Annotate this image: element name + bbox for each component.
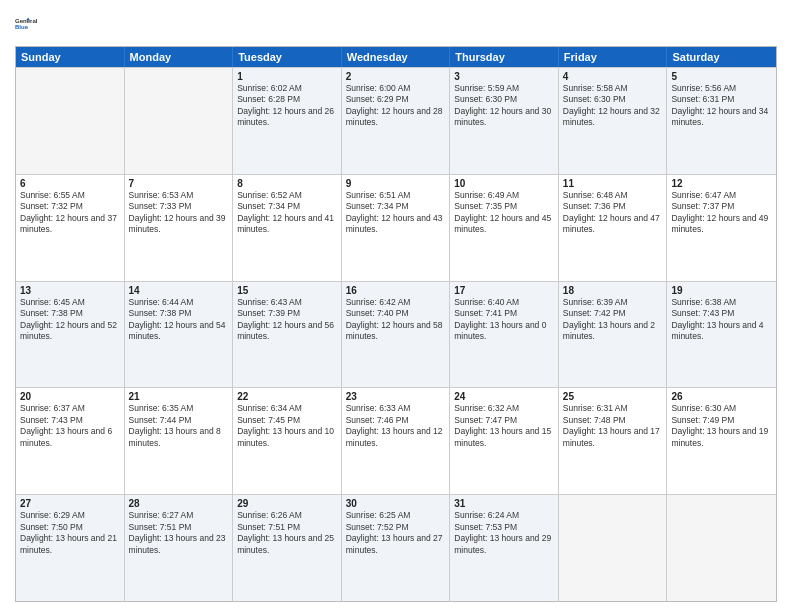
cal-cell: 9Sunrise: 6:51 AMSunset: 7:34 PMDaylight… xyxy=(342,175,451,281)
cal-cell: 31Sunrise: 6:24 AMSunset: 7:53 PMDayligh… xyxy=(450,495,559,601)
cal-cell: 26Sunrise: 6:30 AMSunset: 7:49 PMDayligh… xyxy=(667,388,776,494)
cal-cell: 18Sunrise: 6:39 AMSunset: 7:42 PMDayligh… xyxy=(559,282,668,388)
header-day-saturday: Saturday xyxy=(667,47,776,67)
sunrise-text: Sunrise: 6:42 AM xyxy=(346,297,446,308)
week-row-1: 6Sunrise: 6:55 AMSunset: 7:32 PMDaylight… xyxy=(16,174,776,281)
cal-cell: 22Sunrise: 6:34 AMSunset: 7:45 PMDayligh… xyxy=(233,388,342,494)
svg-text:Blue: Blue xyxy=(15,24,29,30)
cal-cell: 5Sunrise: 5:56 AMSunset: 6:31 PMDaylight… xyxy=(667,68,776,174)
sunset-text: Sunset: 7:47 PM xyxy=(454,415,554,426)
daylight-text: Daylight: 13 hours and 0 minutes. xyxy=(454,320,554,343)
daylight-text: Daylight: 12 hours and 49 minutes. xyxy=(671,213,772,236)
sunrise-text: Sunrise: 6:24 AM xyxy=(454,510,554,521)
cal-cell: 8Sunrise: 6:52 AMSunset: 7:34 PMDaylight… xyxy=(233,175,342,281)
sunset-text: Sunset: 7:50 PM xyxy=(20,522,120,533)
cal-cell: 20Sunrise: 6:37 AMSunset: 7:43 PMDayligh… xyxy=(16,388,125,494)
cal-cell: 12Sunrise: 6:47 AMSunset: 7:37 PMDayligh… xyxy=(667,175,776,281)
day-number: 10 xyxy=(454,178,554,189)
day-number: 3 xyxy=(454,71,554,82)
day-number: 31 xyxy=(454,498,554,509)
sunrise-text: Sunrise: 5:56 AM xyxy=(671,83,772,94)
sunset-text: Sunset: 6:31 PM xyxy=(671,94,772,105)
sunrise-text: Sunrise: 6:47 AM xyxy=(671,190,772,201)
header-day-tuesday: Tuesday xyxy=(233,47,342,67)
daylight-text: Daylight: 13 hours and 6 minutes. xyxy=(20,426,120,449)
cal-cell xyxy=(125,68,234,174)
sunset-text: Sunset: 7:51 PM xyxy=(129,522,229,533)
day-number: 16 xyxy=(346,285,446,296)
header-day-wednesday: Wednesday xyxy=(342,47,451,67)
sunrise-text: Sunrise: 6:40 AM xyxy=(454,297,554,308)
cal-cell xyxy=(559,495,668,601)
daylight-text: Daylight: 13 hours and 27 minutes. xyxy=(346,533,446,556)
cal-cell: 19Sunrise: 6:38 AMSunset: 7:43 PMDayligh… xyxy=(667,282,776,388)
daylight-text: Daylight: 13 hours and 15 minutes. xyxy=(454,426,554,449)
sunrise-text: Sunrise: 6:33 AM xyxy=(346,403,446,414)
sunrise-text: Sunrise: 6:26 AM xyxy=(237,510,337,521)
cal-cell: 2Sunrise: 6:00 AMSunset: 6:29 PMDaylight… xyxy=(342,68,451,174)
sunrise-text: Sunrise: 6:38 AM xyxy=(671,297,772,308)
cal-cell: 24Sunrise: 6:32 AMSunset: 7:47 PMDayligh… xyxy=(450,388,559,494)
day-number: 29 xyxy=(237,498,337,509)
sunset-text: Sunset: 7:51 PM xyxy=(237,522,337,533)
day-number: 13 xyxy=(20,285,120,296)
daylight-text: Daylight: 12 hours and 32 minutes. xyxy=(563,106,663,129)
daylight-text: Daylight: 12 hours and 34 minutes. xyxy=(671,106,772,129)
daylight-text: Daylight: 12 hours and 43 minutes. xyxy=(346,213,446,236)
day-number: 25 xyxy=(563,391,663,402)
daylight-text: Daylight: 12 hours and 39 minutes. xyxy=(129,213,229,236)
sunrise-text: Sunrise: 6:53 AM xyxy=(129,190,229,201)
daylight-text: Daylight: 12 hours and 28 minutes. xyxy=(346,106,446,129)
sunrise-text: Sunrise: 6:48 AM xyxy=(563,190,663,201)
day-number: 7 xyxy=(129,178,229,189)
day-number: 4 xyxy=(563,71,663,82)
sunset-text: Sunset: 6:28 PM xyxy=(237,94,337,105)
cal-cell: 6Sunrise: 6:55 AMSunset: 7:32 PMDaylight… xyxy=(16,175,125,281)
sunrise-text: Sunrise: 6:51 AM xyxy=(346,190,446,201)
daylight-text: Daylight: 12 hours and 45 minutes. xyxy=(454,213,554,236)
daylight-text: Daylight: 13 hours and 10 minutes. xyxy=(237,426,337,449)
sunset-text: Sunset: 6:30 PM xyxy=(454,94,554,105)
sunrise-text: Sunrise: 6:37 AM xyxy=(20,403,120,414)
cal-cell: 25Sunrise: 6:31 AMSunset: 7:48 PMDayligh… xyxy=(559,388,668,494)
daylight-text: Daylight: 13 hours and 2 minutes. xyxy=(563,320,663,343)
sunrise-text: Sunrise: 5:59 AM xyxy=(454,83,554,94)
sunrise-text: Sunrise: 6:32 AM xyxy=(454,403,554,414)
sunrise-text: Sunrise: 6:44 AM xyxy=(129,297,229,308)
header-day-thursday: Thursday xyxy=(450,47,559,67)
day-number: 15 xyxy=(237,285,337,296)
week-row-0: 1Sunrise: 6:02 AMSunset: 6:28 PMDaylight… xyxy=(16,67,776,174)
daylight-text: Daylight: 13 hours and 19 minutes. xyxy=(671,426,772,449)
daylight-text: Daylight: 13 hours and 29 minutes. xyxy=(454,533,554,556)
day-number: 19 xyxy=(671,285,772,296)
sunset-text: Sunset: 7:43 PM xyxy=(20,415,120,426)
daylight-text: Daylight: 13 hours and 12 minutes. xyxy=(346,426,446,449)
day-number: 30 xyxy=(346,498,446,509)
sunset-text: Sunset: 7:37 PM xyxy=(671,201,772,212)
sunrise-text: Sunrise: 6:31 AM xyxy=(563,403,663,414)
cal-cell: 27Sunrise: 6:29 AMSunset: 7:50 PMDayligh… xyxy=(16,495,125,601)
day-number: 22 xyxy=(237,391,337,402)
sunrise-text: Sunrise: 5:58 AM xyxy=(563,83,663,94)
day-number: 17 xyxy=(454,285,554,296)
day-number: 14 xyxy=(129,285,229,296)
daylight-text: Daylight: 13 hours and 17 minutes. xyxy=(563,426,663,449)
cal-cell: 13Sunrise: 6:45 AMSunset: 7:38 PMDayligh… xyxy=(16,282,125,388)
day-number: 8 xyxy=(237,178,337,189)
sunset-text: Sunset: 7:33 PM xyxy=(129,201,229,212)
sunset-text: Sunset: 6:30 PM xyxy=(563,94,663,105)
day-number: 21 xyxy=(129,391,229,402)
daylight-text: Daylight: 12 hours and 54 minutes. xyxy=(129,320,229,343)
cal-cell: 4Sunrise: 5:58 AMSunset: 6:30 PMDaylight… xyxy=(559,68,668,174)
cal-cell: 14Sunrise: 6:44 AMSunset: 7:38 PMDayligh… xyxy=(125,282,234,388)
daylight-text: Daylight: 12 hours and 56 minutes. xyxy=(237,320,337,343)
cal-cell: 10Sunrise: 6:49 AMSunset: 7:35 PMDayligh… xyxy=(450,175,559,281)
sunset-text: Sunset: 7:53 PM xyxy=(454,522,554,533)
day-number: 23 xyxy=(346,391,446,402)
sunrise-text: Sunrise: 6:25 AM xyxy=(346,510,446,521)
daylight-text: Daylight: 12 hours and 41 minutes. xyxy=(237,213,337,236)
sunset-text: Sunset: 7:43 PM xyxy=(671,308,772,319)
cal-cell: 15Sunrise: 6:43 AMSunset: 7:39 PMDayligh… xyxy=(233,282,342,388)
header: General Blue xyxy=(15,10,777,38)
daylight-text: Daylight: 13 hours and 21 minutes. xyxy=(20,533,120,556)
